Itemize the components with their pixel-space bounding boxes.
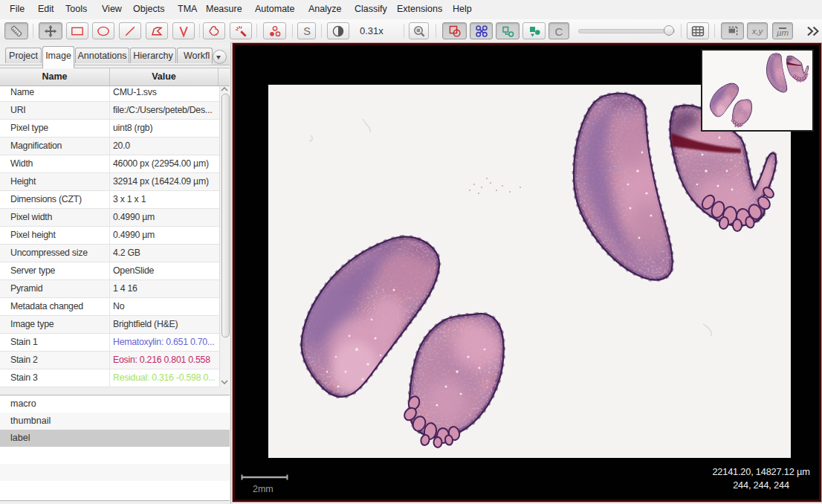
svg-text:µm: µm bbox=[777, 28, 789, 36]
svg-text:S: S bbox=[303, 25, 311, 37]
svg-text:x,y: x,y bbox=[751, 27, 764, 36]
svg-text:C: C bbox=[555, 25, 563, 37]
